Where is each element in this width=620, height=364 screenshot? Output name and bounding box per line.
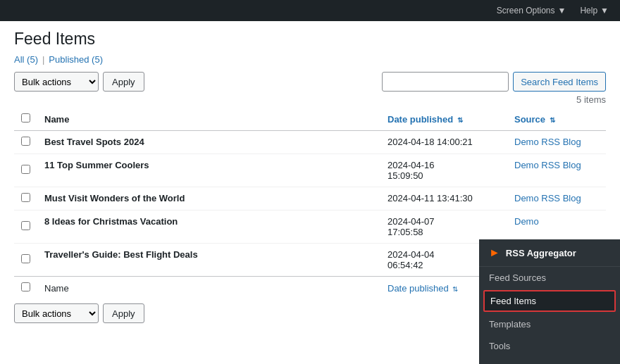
row-date: 2024-04-07 17:05:58: [380, 211, 507, 244]
page-title: Feed Items: [14, 30, 606, 49]
search-input[interactable]: [382, 72, 509, 92]
col-header-date[interactable]: Date published ⇅: [380, 108, 507, 131]
top-tablenav: Bulk actions Apply Search Feed Items: [14, 72, 606, 92]
row-name: 8 Ideas for Christmas Vacation: [44, 216, 178, 227]
row-checkbox-2[interactable]: [21, 193, 30, 202]
screen-options-chevron-icon: ▼: [558, 6, 566, 15]
row-source-link[interactable]: Demo RSS Blog: [514, 137, 581, 147]
help-label: Help: [580, 6, 597, 15]
top-tablenav-left: Bulk actions Apply: [14, 72, 144, 92]
row-date: 2024-04-16 15:09:50: [380, 154, 507, 187]
dropdown-item-settings[interactable]: Settings: [479, 357, 620, 364]
help-button[interactable]: Help ▼: [574, 4, 614, 17]
bottom-bulk-actions-select[interactable]: Bulk actions: [14, 303, 99, 323]
row-source-link[interactable]: Demo: [514, 216, 539, 227]
dropdown-header: ► RSS Aggregator: [479, 239, 620, 267]
table-row: 11 Top Summer Coolers2024-04-16 15:09:50…: [14, 154, 606, 187]
dropdown-header-label: RSS Aggregator: [506, 248, 576, 258]
row-checkbox-1[interactable]: [21, 165, 30, 174]
row-date: 2024-04-18 14:00:21: [380, 131, 507, 154]
col-footer-name: Name: [37, 277, 380, 300]
row-checkbox-4[interactable]: [21, 254, 30, 263]
top-bulk-actions-select[interactable]: Bulk actions: [14, 72, 99, 92]
row-source-link[interactable]: Demo RSS Blog: [514, 193, 581, 203]
search-area: Search Feed Items: [382, 72, 606, 92]
row-source-link[interactable]: Demo RSS Blog: [514, 160, 581, 170]
row-name: Must Visit Wonders of the World: [44, 193, 185, 203]
filter-links: All (5) | Published (5): [14, 54, 606, 65]
rss-aggregator-dropdown: ► RSS Aggregator Feed Sources Feed Items…: [479, 239, 620, 364]
row-checkbox-3[interactable]: [21, 221, 30, 230]
bottom-apply-button[interactable]: Apply: [103, 303, 144, 323]
filter-all-link[interactable]: All (5): [14, 54, 38, 65]
row-date: 2024-04-11 13:41:30: [380, 187, 507, 211]
screen-options-label: Screen Options: [497, 6, 555, 15]
row-name: 11 Top Summer Coolers: [44, 160, 149, 170]
select-all-footer-checkbox[interactable]: [21, 282, 30, 291]
row-checkbox-0[interactable]: [21, 137, 30, 146]
screen-options-button[interactable]: Screen Options ▼: [491, 4, 572, 17]
dropdown-item-feed-items[interactable]: Feed Items: [483, 290, 616, 312]
items-count: 5 items: [14, 94, 606, 105]
help-chevron-icon: ▼: [600, 6, 609, 15]
dropdown-item-templates[interactable]: Templates: [479, 313, 620, 335]
table-row: Best Travel Spots 20242024-04-18 14:00:2…: [14, 131, 606, 154]
filter-published-link[interactable]: Published (5): [49, 54, 103, 65]
col-header-source[interactable]: Source ⇅: [507, 108, 606, 131]
dropdown-item-tools[interactable]: Tools: [479, 335, 620, 357]
table-row: 8 Ideas for Christmas Vacation2024-04-07…: [14, 211, 606, 244]
source-sort-icon: ⇅: [550, 116, 555, 124]
select-all-checkbox[interactable]: [21, 113, 30, 123]
top-apply-button[interactable]: Apply: [103, 72, 144, 92]
table-row: Must Visit Wonders of the World2024-04-1…: [14, 187, 606, 211]
dropdown-item-feed-sources[interactable]: Feed Sources: [479, 267, 620, 289]
search-button[interactable]: Search Feed Items: [513, 72, 606, 92]
date-footer-sort-icon: ⇅: [452, 285, 458, 293]
filter-separator: |: [42, 54, 44, 65]
date-sort-icon: ⇅: [457, 116, 463, 124]
col-header-name: Name: [37, 108, 380, 131]
row-name: Traveller's Guide: Best Flight Deals: [44, 249, 198, 260]
rss-icon: ►: [489, 246, 500, 259]
bottom-tablenav-left: Bulk actions Apply: [14, 303, 144, 323]
row-name: Best Travel Spots 2024: [44, 137, 144, 147]
